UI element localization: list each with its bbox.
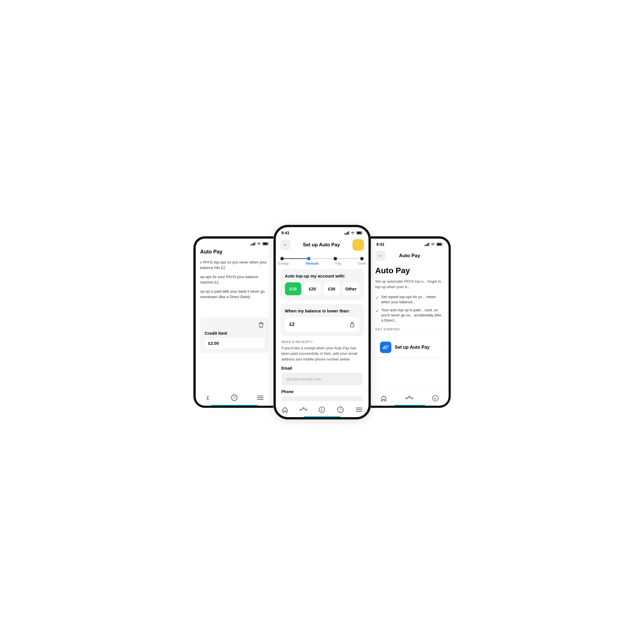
check-icon-2: ✓ <box>375 308 379 314</box>
autopay-heading: Auto Pay <box>375 266 444 275</box>
right-back-button[interactable]: ← <box>375 251 386 261</box>
left-body-text3: op-up is paid with your bank ll never go… <box>200 289 269 300</box>
amount-section-title: Auto top-up my account with: <box>285 274 359 278</box>
svg-rect-34 <box>437 243 441 245</box>
check-item-2: ✓ Your auto top-up is paid... card, so y… <box>375 308 444 323</box>
svg-rect-29 <box>425 245 425 246</box>
step-dot-3 <box>360 257 364 260</box>
right-status-icons <box>425 243 443 246</box>
screen-container: Auto Pay c PAYG top-ups so you never whe… <box>165 213 479 431</box>
signal-icon <box>251 242 255 245</box>
phone-input[interactable] <box>282 396 363 401</box>
right-body: Auto Pay Set up automatic PAYG top-u... … <box>371 264 449 389</box>
svg-rect-32 <box>428 243 429 246</box>
svg-rect-31 <box>427 243 428 246</box>
amount-30-button[interactable]: £30 <box>324 282 340 295</box>
setup-btn-label: Set up Auto Pay <box>395 345 430 350</box>
right-header: ← Auto Pay <box>371 248 449 264</box>
step-label-pay: Pay <box>335 261 341 265</box>
right-signal-icon <box>425 243 429 246</box>
back-button[interactable]: ← <box>280 240 291 250</box>
svg-rect-3 <box>254 242 255 245</box>
left-body: c PAYG top-ups so you never when your ba… <box>196 259 274 389</box>
balance-section: When my balance is lower than: £2 <box>280 304 364 336</box>
right-time: 9:41 <box>377 242 385 247</box>
center-body: Auto top-up my account with: £10 £20 £30… <box>276 265 368 401</box>
left-body-text1: c PAYG top-ups so you never when your ba… <box>200 259 269 271</box>
svg-rect-5 <box>263 243 267 245</box>
step-dot-1 <box>307 257 310 260</box>
svg-text:£: £ <box>207 395 209 401</box>
center-time: 9:41 <box>282 231 290 235</box>
balance-value: £2 <box>290 322 295 327</box>
svg-rect-1 <box>252 243 253 245</box>
center-bottom-nav: £ ? <box>276 401 368 417</box>
svg-rect-17 <box>357 232 361 234</box>
pound-nav-icon[interactable]: £ <box>203 392 214 403</box>
pound-nav-icon-center[interactable]: £ <box>316 404 328 415</box>
left-body-text2: op-ups for your PAYG your balance reache… <box>200 274 269 285</box>
center-content: 9:41 <box>276 227 368 417</box>
right-battery-icon <box>437 243 443 246</box>
svg-rect-18 <box>350 324 354 327</box>
help-nav-icon-center[interactable]: ? <box>335 404 346 415</box>
check-icon-1: ✓ <box>375 295 379 300</box>
receipt-label: NEED A RECEIPT? <box>282 340 363 344</box>
status-icons-left <box>251 242 269 245</box>
step-labels: Energy Amount Pay Done <box>276 260 368 265</box>
step-label-amount: Amount <box>306 261 318 265</box>
email-input[interactable]: sam@example.com <box>282 373 363 385</box>
amount-20-button[interactable]: £20 <box>304 282 321 295</box>
lightning-button[interactable]: ⚡ <box>352 239 364 251</box>
right-phone: 9:41 <box>371 236 451 408</box>
step-dot-0 <box>280 257 284 260</box>
balance-input[interactable]: £2 <box>285 317 359 332</box>
battery-icon <box>263 242 269 245</box>
pound-nav-icon-right[interactable]: £ <box>430 393 441 404</box>
wifi-icon <box>257 242 261 245</box>
right-content: 9:41 <box>371 239 449 406</box>
step-line-0 <box>284 258 307 259</box>
center-title: Set up Auto Pay <box>303 242 340 248</box>
center-status-icons <box>344 231 363 235</box>
receipt-text: If you'd like a receipt when your Auto P… <box>282 345 363 362</box>
svg-rect-15 <box>348 231 349 235</box>
right-bottom-nav: £ <box>371 389 449 406</box>
routes-nav-icon-center[interactable] <box>298 404 309 415</box>
email-label: Email <box>282 366 363 370</box>
right-status-bar: 9:41 <box>371 239 449 248</box>
get-started-label: GET STARTED <box>375 328 444 331</box>
amount-options: £10 £20 £30 Other <box>285 282 359 295</box>
amount-other-button[interactable]: Other <box>343 282 359 295</box>
svg-text:£: £ <box>434 396 437 401</box>
routes-nav-icon-right[interactable] <box>404 393 415 404</box>
svg-rect-13 <box>346 233 346 235</box>
svg-rect-0 <box>251 244 251 245</box>
lock-icon <box>350 321 355 328</box>
credit-limit-value: £2.00 <box>205 338 264 348</box>
center-wifi-icon <box>350 231 355 235</box>
help-nav-icon[interactable]: ? <box>229 392 240 403</box>
step-line-2 <box>337 258 360 259</box>
right-wifi-icon <box>431 243 435 246</box>
step-label-done: Done <box>358 261 366 265</box>
receipt-section: NEED A RECEIPT? If you'd like a receipt … <box>280 340 364 401</box>
left-phone: Auto Pay c PAYG top-ups so you never whe… <box>193 236 274 408</box>
svg-rect-12 <box>344 233 345 235</box>
svg-rect-14 <box>347 232 348 235</box>
menu-nav-icon-center[interactable] <box>353 404 365 415</box>
menu-nav-icon[interactable] <box>255 392 266 403</box>
setup-auto-pay-button[interactable]: ∞ Set up Auto Pay <box>375 338 444 357</box>
svg-rect-30 <box>426 244 427 246</box>
home-nav-icon-right[interactable] <box>378 393 389 404</box>
svg-text:?: ? <box>233 396 235 400</box>
left-status-bar <box>196 239 274 247</box>
phone-label: Phone <box>282 389 363 394</box>
credit-limit-label: Credit limit <box>205 331 264 336</box>
left-credit-card: Credit limit £2.00 <box>200 317 269 353</box>
right-title: Auto Pay <box>399 253 420 259</box>
svg-rect-2 <box>253 243 254 245</box>
balance-section-title: When my balance is lower than: <box>285 308 359 313</box>
amount-10-button[interactable]: £10 <box>285 282 302 295</box>
home-nav-icon-center[interactable] <box>279 404 291 415</box>
